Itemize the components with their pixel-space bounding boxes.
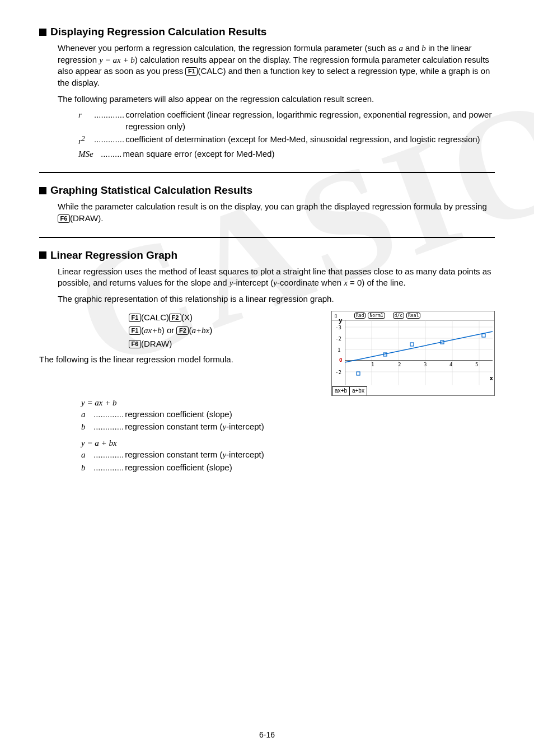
separator — [39, 172, 495, 173]
square-bullet-icon — [39, 29, 46, 36]
f2-key-icon: F2 — [176, 326, 189, 335]
separator — [39, 237, 495, 238]
s2-draw: (DRAW). — [70, 213, 103, 223]
dots: ............. — [93, 449, 124, 461]
section2-title: Graphing Statistical Calculation Results — [39, 184, 495, 197]
param-r2-txt: coefficient of determination (except for… — [125, 134, 495, 147]
sym-b: b — [81, 462, 93, 474]
f1-key-icon: F1 — [185, 67, 198, 76]
badge: Real — [406, 312, 420, 319]
section3-title-text: Linear Regression Graph — [50, 249, 177, 262]
badge: Norm1 — [368, 312, 385, 319]
screen-titlebar: ▯ Rad Norm1 d/c Real — [332, 311, 494, 321]
section1-title-text: Displaying Regression Calculation Result… — [50, 26, 266, 38]
plot-svg — [345, 320, 493, 385]
s1-eq: y = ax + b — [99, 55, 135, 64]
ytick: -2 — [335, 370, 341, 375]
m2-a-txt: regression constant term (y-intercept) — [125, 449, 495, 461]
square-bullet-icon — [39, 187, 46, 194]
s1-b: b — [421, 44, 426, 53]
s3-p1d: = 0) of the line. — [348, 278, 406, 287]
s1-param-list: r ............. correlation coefficient … — [78, 109, 495, 160]
sym-a: a — [81, 409, 93, 421]
svg-rect-13 — [357, 372, 360, 375]
key-sequence: F1(CALC)F2(X) F1(ax+b) or F2(a+bx) F6(DR… — [129, 311, 326, 351]
s1-p2: The following parameters will also appea… — [58, 94, 374, 104]
step-abx: a+bx — [191, 326, 209, 335]
dots: ............. — [94, 109, 124, 132]
s3-p1c: -coordinate when — [277, 278, 344, 287]
dots: ............. — [93, 462, 124, 474]
s3-x: x — [344, 278, 348, 287]
svg-line-12 — [345, 332, 493, 362]
model1-formula: y = ax + b — [81, 398, 495, 408]
screen-tab[interactable]: ax+b — [332, 386, 349, 395]
s3-p1b: -intercept ( — [233, 278, 274, 287]
svg-rect-17 — [482, 334, 485, 337]
param-r-sym: r — [78, 109, 94, 132]
badge: Rad — [354, 312, 366, 319]
section2-body: While the parameter calculation result i… — [58, 201, 495, 224]
y-axis-label: y — [339, 317, 343, 324]
param-r2-sym: r2 — [78, 134, 94, 147]
dots: ............. — [94, 134, 124, 147]
step-axb: ax+b — [144, 326, 162, 335]
param-mse-sym: MSe — [78, 148, 101, 160]
sym-a: a — [81, 449, 93, 461]
model2-formula: y = a + bx — [81, 438, 495, 448]
screen-tab[interactable]: a+bx — [349, 386, 367, 395]
dots: ............. — [93, 409, 124, 421]
section2-title-text: Graphing Statistical Calculation Results — [50, 184, 252, 197]
section1-body: Whenever you perform a regression calcul… — [58, 43, 495, 105]
page-number: 6-16 — [0, 730, 534, 739]
s3-y2: y — [273, 278, 277, 287]
s1-p1a: Whenever you perform a regression calcul… — [58, 43, 399, 53]
sym-b: b — [81, 421, 93, 433]
badge: d/c — [393, 312, 404, 319]
s1-and: and — [403, 43, 421, 53]
ytick: -2 — [335, 336, 341, 342]
s2-p1a: While the parameter calculation result i… — [58, 202, 487, 211]
ytick: -3 — [335, 325, 341, 330]
step-calc: (CALC) — [141, 312, 169, 322]
param-mse-txt: mean square error (except for Med-Med) — [123, 148, 495, 160]
step-draw: (DRAW) — [141, 339, 172, 348]
f1-key-icon: F1 — [129, 326, 141, 335]
battery-icon: ▯ — [334, 312, 338, 319]
s1-a: a — [399, 44, 403, 53]
calculator-screen: ▯ Rad Norm1 d/c Real y x -3 -2 1 O -2 1 … — [331, 311, 495, 396]
m1-b-txt: regression constant term (y-intercept) — [125, 421, 495, 433]
step-x: (X) — [181, 312, 193, 322]
m1-a-txt: regression coefficient (slope) — [125, 409, 495, 421]
s3-p2: The graphic representation of this relat… — [58, 294, 334, 304]
m2-b-txt: regression coefficient (slope) — [125, 462, 495, 474]
model-intro: The following is the linear regression m… — [39, 354, 326, 364]
section1-title: Displaying Regression Calculation Result… — [39, 26, 495, 38]
model2-params: a ............. regression constant term… — [81, 449, 495, 473]
f6-key-icon: F6 — [58, 214, 70, 223]
dots: ......... — [101, 148, 122, 160]
ytick: 1 — [338, 347, 340, 353]
svg-rect-15 — [410, 343, 414, 346]
f1-key-icon: F1 — [129, 314, 141, 322]
section3-body: Linear regression uses the method of lea… — [58, 266, 495, 305]
step-or: or — [165, 325, 177, 335]
f2-key-icon: F2 — [169, 314, 181, 322]
dots: ............. — [93, 421, 124, 433]
model1-params: a ............. regression coefficient (… — [81, 409, 495, 433]
f6-key-icon: F6 — [129, 340, 141, 348]
s3-y1: y — [229, 278, 233, 287]
section3-title: Linear Regression Graph — [39, 249, 495, 262]
param-r-txt: correlation coefficient (linear regressi… — [125, 109, 495, 132]
square-bullet-icon — [39, 251, 46, 259]
origin-label: O — [339, 357, 342, 363]
screen-footer: ax+b a+bx — [332, 386, 494, 395]
